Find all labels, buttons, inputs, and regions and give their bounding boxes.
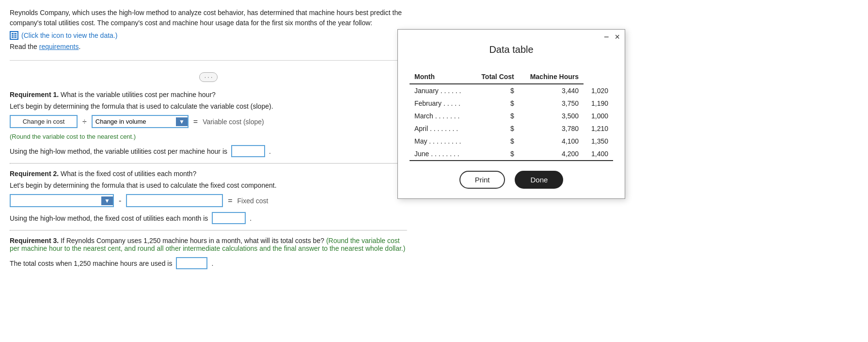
requirement-3-section: Requirement 3. If Reynolds Company uses …	[10, 237, 407, 269]
modal-close-button[interactable]: ×	[615, 33, 620, 41]
dropdown-arrow-icon[interactable]: ▼	[176, 117, 188, 126]
dollar-cell: $	[472, 122, 519, 135]
req1-title: Requirement 1. What is the variable util…	[10, 91, 407, 98]
dollar-cell: $	[472, 147, 519, 161]
month-cell: April . . . . . . . .	[410, 122, 472, 135]
req2-dropdown1-wrap[interactable]: Total cost at high point Total cost at l…	[10, 194, 114, 207]
table-row: January . . . . . . $ 3,440 1,020	[410, 84, 613, 97]
cost-cell: 4,100	[519, 135, 584, 147]
table-row: June . . . . . . . . $ 4,200 1,400	[410, 147, 613, 161]
req2-equals-op: =	[228, 196, 232, 205]
table-row: May . . . . . . . . . $ 4,100 1,350	[410, 135, 613, 147]
hours-cell: 1,000	[584, 110, 613, 122]
modal-actions: Print Done	[410, 171, 613, 189]
data-table: Month Total Cost Machine Hours January .…	[410, 70, 613, 161]
month-cell: February . . . . .	[410, 97, 472, 110]
req2-sentence: Using the high-low method, the fixed cos…	[10, 212, 407, 224]
modal-body: Month Total Cost Machine Hours January .…	[398, 60, 625, 198]
cost-cell: 3,440	[519, 84, 584, 97]
icon-label: (Click the icon to view the data.)	[21, 32, 117, 39]
section-divider-2	[10, 230, 407, 231]
collapse-button[interactable]: · · ·	[199, 72, 218, 82]
table-row: March . . . . . . . $ 3,500 1,000	[410, 110, 613, 122]
req2-title: Requirement 2. What is the fixed cost of…	[10, 170, 407, 178]
req1-answer-input[interactable]	[231, 145, 265, 157]
data-table-modal: − × Data table Month Total Cost Machine …	[397, 29, 625, 199]
requirement-2-section: Requirement 2. What is the fixed cost of…	[10, 170, 407, 224]
cost-cell: 3,780	[519, 122, 584, 135]
req2-dropdown1-arrow[interactable]: ▼	[101, 196, 113, 205]
modal-titlebar: − ×	[398, 30, 625, 42]
table-row: February . . . . . $ 3,750 1,190	[410, 97, 613, 110]
col-total-cost: Total Cost	[472, 70, 519, 84]
change-in-volume-select[interactable]: Month Change in volume Change in cost Va…	[93, 116, 176, 127]
change-in-cost-box: Change in cost	[10, 115, 78, 128]
modal-minimize-button[interactable]: −	[604, 33, 609, 41]
col-month: Month	[410, 70, 472, 84]
cost-cell: 3,750	[519, 97, 584, 110]
change-in-volume-dropdown-wrap[interactable]: Month Change in volume Change in cost Va…	[92, 115, 189, 128]
hours-cell: 1,400	[584, 147, 613, 161]
minus-op: -	[119, 196, 121, 205]
modal-title: Data table	[398, 42, 625, 60]
req1-formula-desc: Let's begin by determining the formula t…	[10, 102, 407, 110]
month-cell: June . . . . . . . .	[410, 147, 472, 161]
variable-cost-result-label: Variable cost (slope)	[203, 118, 264, 126]
col-machine-hours: Machine Hours	[519, 70, 584, 84]
divider	[10, 60, 407, 61]
fixed-cost-result-label: Fixed cost	[237, 197, 268, 205]
requirement-1-section: Requirement 1. What is the variable util…	[10, 91, 407, 157]
dollar-cell: $	[472, 110, 519, 122]
table-row: April . . . . . . . . $ 3,780 1,210	[410, 122, 613, 135]
month-cell: March . . . . . . .	[410, 110, 472, 122]
req2-formula-row: Total cost at high point Total cost at l…	[10, 194, 407, 207]
intro-text: Reynolds Company, which uses the high-lo…	[10, 9, 402, 27]
dollar-cell: $	[472, 97, 519, 110]
req1-green-note: (Round the variable cost to the nearest …	[10, 133, 407, 140]
section-divider-1	[10, 163, 407, 164]
dollar-cell: $	[472, 135, 519, 147]
equals-op: =	[193, 117, 198, 126]
hours-cell: 1,210	[584, 122, 613, 135]
req2-answer-input[interactable]	[212, 212, 246, 224]
print-button[interactable]: Print	[459, 171, 505, 189]
hours-cell: 1,350	[584, 135, 613, 147]
hours-cell: 1,190	[584, 97, 613, 110]
requirements-link[interactable]: requirements	[39, 43, 79, 50]
req3-title: Requirement 3. If Reynolds Company uses …	[10, 237, 407, 252]
req3-sentence: The total costs when 1,250 machine hours…	[10, 257, 407, 269]
req1-formula-row: Change in cost ÷ Month Change in volume …	[10, 115, 407, 128]
cost-cell: 3,500	[519, 110, 584, 122]
dollar-cell: $	[472, 84, 519, 97]
hours-cell: 1,020	[584, 84, 613, 97]
req2-box-input[interactable]	[126, 194, 223, 207]
cost-cell: 4,200	[519, 147, 584, 161]
month-cell: May . . . . . . . . .	[410, 135, 472, 147]
req3-answer-input[interactable]	[176, 257, 207, 269]
req2-dropdown1-select[interactable]: Total cost at high point Total cost at l…	[11, 195, 101, 206]
req1-sentence: Using the high-low method, the variable …	[10, 145, 407, 157]
divide-op: ÷	[82, 117, 87, 126]
month-cell: January . . . . . .	[410, 84, 472, 97]
intro-paragraph: Reynolds Company, which uses the high-lo…	[10, 8, 407, 28]
grid-icon	[10, 31, 18, 40]
done-button[interactable]: Done	[515, 171, 563, 189]
req2-formula-desc: Let's begin by determining the formula t…	[10, 181, 407, 189]
